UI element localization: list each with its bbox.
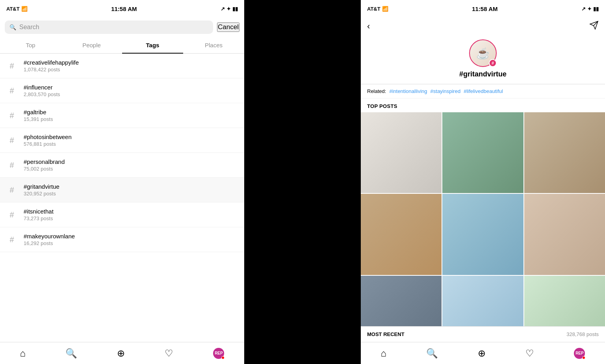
hash-icon-1: #	[6, 86, 17, 95]
home-icon-left[interactable]: ⌂	[20, 348, 26, 359]
tag-info-5: #gritandvirtue 320,952 posts	[24, 183, 59, 197]
wifi-icon-right: 📶	[382, 6, 388, 12]
time-right: 11:58 AM	[472, 6, 497, 12]
tag-name-1: #influencer	[24, 84, 60, 91]
photo-grid	[361, 112, 605, 326]
most-recent-label: MOST RECENT	[367, 331, 405, 337]
search-placeholder: Search	[19, 24, 39, 31]
tab-people[interactable]: People	[61, 37, 122, 53]
photo-cell-5[interactable]	[524, 194, 605, 275]
tag-count-4: 75,002 posts	[24, 166, 65, 172]
tag-item-3[interactable]: # #photosinbetween 576,881 posts	[0, 128, 244, 153]
tab-places[interactable]: Places	[183, 37, 244, 53]
tag-name-2: #galtribe	[24, 109, 53, 115]
tag-name-6: #itsnicethat	[24, 208, 54, 215]
related-tag-0[interactable]: #intentionalliving	[389, 88, 427, 94]
hash-icon-2: #	[6, 111, 17, 120]
tag-info-2: #galtribe 15,391 posts	[24, 109, 53, 122]
location-icon-right: ↗	[581, 6, 586, 12]
status-left: AT&T 📶	[6, 6, 28, 12]
photo-cell-2[interactable]	[524, 112, 605, 193]
tag-item-1[interactable]: # #influencer 2,803,570 posts	[0, 78, 244, 103]
notification-dot-left	[221, 356, 225, 359]
status-right-left: ↗ ✦ ▮▮	[221, 6, 238, 12]
tag-item-6[interactable]: # #itsnicethat 73,273 posts	[0, 202, 244, 227]
profile-avatar-left[interactable]: REP	[213, 348, 224, 359]
bottom-nav-left: ⌂ 🔍 ⊕ ♡ REP	[0, 342, 244, 364]
hashtag-title: #gritandvirtue	[459, 70, 507, 78]
heart-icon-left[interactable]: ♡	[165, 348, 173, 359]
top-posts-label: TOP POSTS	[361, 98, 605, 112]
tag-count-6: 73,273 posts	[24, 215, 54, 221]
hashtag-profile: ☕ # #gritandvirtue	[361, 35, 605, 84]
hash-icon-7: #	[6, 235, 17, 244]
related-row: Related: #intentionalliving #stayinspire…	[361, 84, 605, 98]
battery-icon: ▮▮	[232, 6, 238, 12]
location-icon: ↗	[221, 6, 225, 12]
bluetooth-icon: ✦	[226, 6, 231, 12]
tag-item-4[interactable]: # #personalbrand 75,002 posts	[0, 153, 244, 178]
search-icon: 🔍	[9, 24, 16, 30]
photo-cell-4[interactable]	[442, 194, 523, 275]
tag-count-0: 1,078,422 posts	[24, 67, 79, 72]
battery-icon-right: ▮▮	[593, 6, 599, 12]
tag-item-7[interactable]: # #makeyourownlane 16,292 posts	[0, 227, 244, 252]
tag-info-0: #creativelifehappylife 1,078,422 posts	[24, 59, 79, 72]
tag-info-4: #personalbrand 75,002 posts	[24, 158, 65, 172]
tag-item-5[interactable]: # #gritandvirtue 320,952 posts	[0, 178, 244, 202]
hash-icon-3: #	[6, 136, 17, 145]
tag-name-7: #makeyourownlane	[24, 233, 75, 240]
status-right-right: ↗ ✦ ▮▮	[581, 6, 599, 12]
photo-cell-7[interactable]	[442, 276, 523, 326]
tag-info-3: #photosinbetween 576,881 posts	[24, 134, 72, 147]
wifi-icon-left: 📶	[21, 6, 28, 12]
photo-cell-3[interactable]	[361, 194, 442, 275]
tag-item-2[interactable]: # #galtribe 15,391 posts	[0, 103, 244, 128]
status-left-right: AT&T 📶	[367, 6, 388, 12]
right-header: ‹	[361, 17, 605, 35]
related-tag-1[interactable]: #stayinspired	[431, 88, 461, 94]
cancel-button[interactable]: Cancel	[217, 22, 239, 32]
back-button[interactable]: ‹	[367, 21, 370, 32]
carrier-left: AT&T	[6, 6, 20, 12]
search-icon-left[interactable]: 🔍	[65, 348, 77, 359]
bluetooth-icon-right: ✦	[587, 6, 592, 12]
tag-info-6: #itsnicethat 73,273 posts	[24, 208, 54, 221]
status-bar-right: AT&T 📶 11:58 AM ↗ ✦ ▮▮	[361, 0, 605, 17]
most-recent-row: MOST RECENT 328,768 posts	[361, 326, 605, 342]
tabs-row: Top People Tags Places	[0, 37, 244, 54]
heart-icon-right[interactable]: ♡	[525, 348, 534, 359]
status-bar-left: AT&T 📶 11:58 AM ↗ ✦ ▮▮	[0, 0, 244, 17]
hash-icon-4: #	[6, 161, 17, 170]
add-icon-right[interactable]: ⊕	[478, 348, 486, 359]
tag-info-7: #makeyourownlane 16,292 posts	[24, 233, 75, 246]
search-icon-right[interactable]: 🔍	[426, 348, 438, 359]
tab-top[interactable]: Top	[0, 37, 61, 53]
hashtag-badge: #	[489, 59, 497, 67]
tag-item-0[interactable]: # #creativelifehappylife 1,078,422 posts	[0, 54, 244, 78]
hash-icon-6: #	[6, 210, 17, 219]
profile-avatar-right[interactable]: REP	[574, 348, 585, 359]
search-input-wrap[interactable]: 🔍 Search	[5, 20, 213, 34]
photo-cell-1[interactable]	[442, 112, 523, 193]
most-recent-count: 328,768 posts	[566, 331, 599, 337]
related-label: Related:	[367, 88, 386, 94]
grid-section: TOP POSTS	[361, 98, 605, 326]
photo-cell-8[interactable]	[524, 276, 605, 326]
home-icon-right[interactable]: ⌂	[381, 348, 387, 359]
tag-count-2: 15,391 posts	[24, 116, 53, 122]
send-button[interactable]	[589, 20, 599, 32]
photo-cell-6[interactable]	[361, 276, 442, 326]
tag-count-3: 576,881 posts	[24, 141, 72, 147]
arrow-area	[244, 0, 361, 364]
tag-name-0: #creativelifehappylife	[24, 59, 79, 66]
tag-name-3: #photosinbetween	[24, 134, 72, 140]
tab-tags[interactable]: Tags	[122, 37, 183, 53]
related-tag-2[interactable]: #lifelivedbeautiful	[464, 88, 503, 94]
carrier-right: AT&T	[367, 6, 380, 12]
tag-count-7: 16,292 posts	[24, 240, 75, 246]
tag-name-4: #personalbrand	[24, 158, 65, 165]
add-icon-left[interactable]: ⊕	[117, 348, 125, 359]
hashtag-avatar-emoji: ☕	[476, 47, 490, 60]
photo-cell-0[interactable]	[361, 112, 442, 193]
